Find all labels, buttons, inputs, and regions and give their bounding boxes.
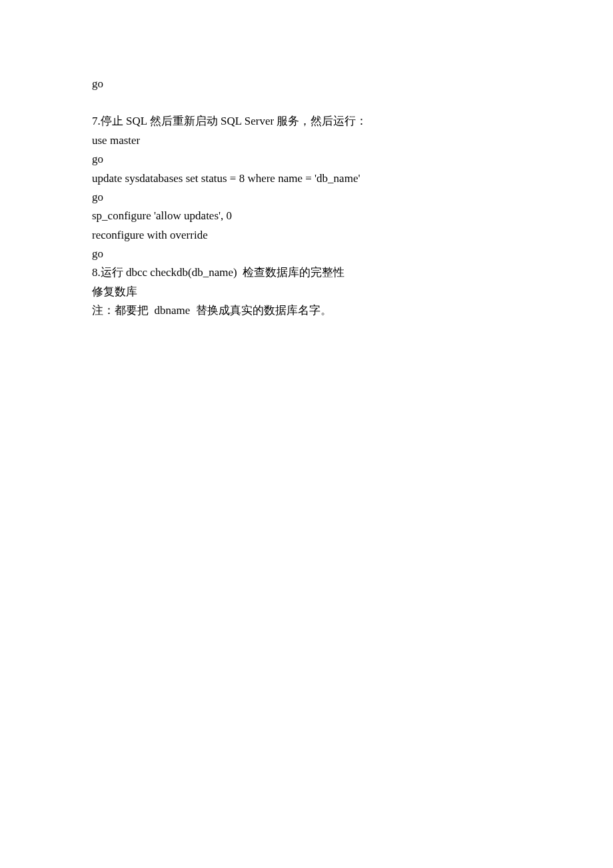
text-line: go: [92, 188, 546, 207]
text-line: 修复数库: [92, 283, 546, 301]
text-line: 7.停止 SQL 然后重新启动 SQL Server 服务，然后运行：: [92, 112, 546, 131]
text-line: reconfigure with override: [92, 226, 546, 245]
text-line: 8.运行 dbcc checkdb(db_name) 检查数据库的完整性: [92, 263, 546, 282]
text-line: 注：都要把 dbname 替换成真实的数据库名字。: [92, 301, 546, 320]
text-line: go: [92, 245, 546, 263]
document-content: go 7.停止 SQL 然后重新启动 SQL Server 服务，然后运行： u…: [92, 75, 546, 321]
text-line: go: [92, 75, 546, 93]
blank-line: [92, 93, 546, 112]
text-line: sp_configure 'allow updates', 0: [92, 207, 546, 225]
text-line: go: [92, 150, 546, 169]
text-line: update sysdatabases set status = 8 where…: [92, 169, 546, 188]
text-line: use master: [92, 131, 546, 150]
